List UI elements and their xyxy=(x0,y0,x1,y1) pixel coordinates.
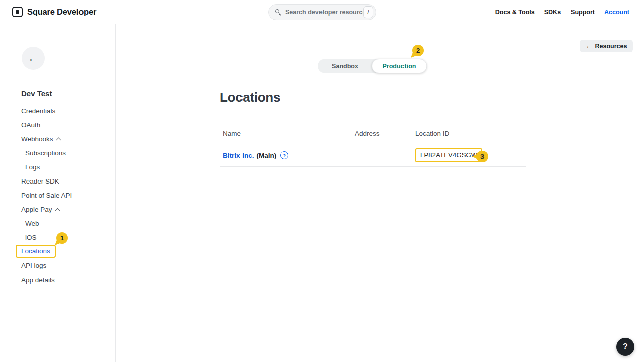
table-header-row: Name Address Location ID xyxy=(220,123,526,144)
environment-toggle: Sandbox Production xyxy=(318,59,427,73)
location-name-link[interactable]: Bitrix Inc. xyxy=(223,152,254,159)
sidebar-item-oauth[interactable]: OAuth xyxy=(0,118,116,132)
sidebar-nav: Credentials OAuth Webhooks Subscriptions… xyxy=(0,104,116,287)
app-name: Dev Test xyxy=(21,89,52,98)
sidebar-item-subscriptions[interactable]: Subscriptions xyxy=(0,146,116,160)
location-address-cell: — xyxy=(355,152,415,159)
sidebar-item-webhooks[interactable]: Webhooks xyxy=(0,132,116,146)
sidebar-item-logs[interactable]: Logs xyxy=(0,160,116,174)
sidebar-item-locations[interactable]: Locations xyxy=(0,244,116,258)
sidebar-item-api-logs[interactable]: API logs xyxy=(0,258,116,273)
toggle-production[interactable]: Production xyxy=(372,59,427,73)
sidebar-item-point-of-sale-api[interactable]: Point of Sale API xyxy=(0,188,116,202)
brand[interactable]: Square Developer xyxy=(12,7,96,17)
square-logo-icon xyxy=(12,7,23,17)
sidebar-item-web[interactable]: Web xyxy=(0,216,116,230)
divider xyxy=(220,112,526,112)
question-mark-icon: ? xyxy=(623,342,628,351)
search-input[interactable] xyxy=(285,9,363,16)
top-header: Square Developer / Docs & Tools SDKs Sup… xyxy=(0,0,644,24)
square-developer-page: Square Developer / Docs & Tools SDKs Sup… xyxy=(0,0,644,362)
annotation-badge-3: 3 xyxy=(476,151,488,162)
back-arrow-icon: ← xyxy=(28,52,39,64)
sidebar-item-app-details[interactable]: App details xyxy=(0,273,116,287)
sidebar: ← Dev Test Credentials OAuth Webhooks Su… xyxy=(0,24,116,362)
page-title: Locations xyxy=(220,89,280,105)
slash-shortcut-key: / xyxy=(363,6,373,18)
toggle-sandbox[interactable]: Sandbox xyxy=(318,59,372,73)
chevron-up-icon xyxy=(56,208,60,212)
column-header-name: Name xyxy=(223,130,355,137)
chevron-up-icon xyxy=(57,137,61,141)
column-header-location-id: Location ID xyxy=(415,130,526,137)
sidebar-item-credentials[interactable]: Credentials xyxy=(0,104,116,118)
sidebar-item-apple-pay[interactable]: Apple Pay xyxy=(0,202,116,216)
location-name-suffix: (Main) xyxy=(257,152,277,159)
nav-account[interactable]: Account xyxy=(604,9,629,16)
help-button[interactable]: ? xyxy=(616,338,634,356)
column-header-address: Address xyxy=(355,130,415,137)
brand-title: Square Developer xyxy=(27,7,96,17)
info-icon[interactable]: ? xyxy=(280,151,288,159)
back-arrow-icon: ← xyxy=(586,43,592,50)
resources-button[interactable]: ← Resources xyxy=(580,40,633,52)
sidebar-item-reader-sdk[interactable]: Reader SDK xyxy=(0,174,116,188)
nav-support[interactable]: Support xyxy=(571,9,595,16)
location-name-cell: Bitrix Inc. (Main) ? xyxy=(223,151,355,159)
search-icon xyxy=(275,9,281,15)
location-id-value: LP82ATEV4GSGW xyxy=(415,148,482,162)
back-button[interactable]: ← xyxy=(22,47,45,70)
nav-sdks[interactable]: SDKs xyxy=(544,9,561,16)
nav-docs-tools[interactable]: Docs & Tools xyxy=(495,9,535,16)
annotation-highlight-box: Locations xyxy=(16,245,56,258)
header-nav: Docs & Tools SDKs Support Account xyxy=(495,0,629,24)
annotation-badge-2: 2 xyxy=(412,45,424,56)
search-bar[interactable]: / xyxy=(268,4,376,20)
annotation-badge-1: 1 xyxy=(56,232,68,244)
